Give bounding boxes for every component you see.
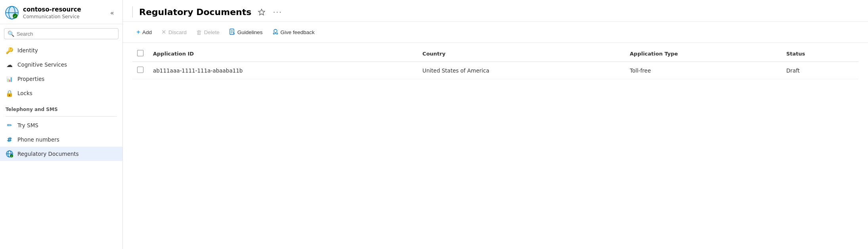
page-title: Regulatory Documents bbox=[139, 7, 251, 17]
sidebar-item-label: Try SMS bbox=[17, 122, 38, 128]
sidebar-item-properties[interactable]: 📊 Properties bbox=[0, 72, 122, 86]
favorite-button[interactable] bbox=[256, 6, 267, 17]
sidebar-item-label: Cognitive Services bbox=[17, 61, 67, 68]
sidebar-item-locks[interactable]: 🔒 Locks bbox=[0, 86, 122, 100]
col-application-id: Application ID bbox=[148, 46, 418, 62]
select-all-header[interactable] bbox=[132, 46, 148, 62]
sidebar-item-label: Regulatory Documents bbox=[17, 151, 79, 157]
more-options-button[interactable]: ··· bbox=[272, 6, 283, 17]
svg-text:✓: ✓ bbox=[10, 155, 12, 157]
sidebar-collapse-button[interactable]: « bbox=[107, 7, 118, 18]
sidebar-item-identity[interactable]: 🔑 Identity bbox=[0, 43, 122, 57]
select-all-checkbox[interactable] bbox=[137, 50, 143, 56]
delete-icon: 🗑 bbox=[196, 29, 202, 36]
identity-icon: 🔑 bbox=[6, 46, 13, 54]
cell-status: Draft bbox=[782, 62, 858, 79]
cell-application-type: Toll-free bbox=[625, 62, 782, 79]
sidebar-item-cognitive-services[interactable]: ☁️ Cognitive Services bbox=[0, 57, 122, 72]
svg-marker-11 bbox=[258, 9, 265, 15]
phone-numbers-icon: # bbox=[6, 136, 13, 144]
add-icon: + bbox=[136, 28, 140, 36]
give-feedback-label: Give feedback bbox=[281, 29, 315, 35]
discard-button[interactable]: ✕ Discard bbox=[157, 26, 191, 38]
search-icon: 🔍 bbox=[8, 31, 14, 37]
sidebar-item-phone-numbers[interactable]: # Phone numbers bbox=[0, 132, 122, 147]
locks-icon: 🔒 bbox=[6, 89, 13, 97]
table-header: Application ID Country Application Type … bbox=[132, 46, 858, 62]
add-label: Add bbox=[142, 29, 152, 35]
sidebar-item-regulatory-documents[interactable]: ✓ Regulatory Documents bbox=[0, 147, 122, 161]
delete-button[interactable]: 🗑 Delete bbox=[192, 27, 224, 38]
page-header: Regulatory Documents ··· bbox=[123, 0, 868, 22]
app-logo: ✓ bbox=[5, 6, 19, 20]
regulatory-documents-table: Application ID Country Application Type … bbox=[132, 46, 858, 79]
add-button[interactable]: + Add bbox=[132, 26, 156, 38]
table-body: ab111aaa-1111-111a-abaaba11b United Stat… bbox=[132, 62, 858, 79]
sidebar-search-box[interactable]: 🔍 bbox=[4, 28, 119, 39]
sidebar-item-try-sms[interactable]: ✏️ Try SMS bbox=[0, 118, 122, 132]
ellipsis-icon: ··· bbox=[273, 8, 282, 16]
telephony-section-label: Telephony and SMS bbox=[0, 100, 122, 115]
sidebar-nav: 🔑 Identity ☁️ Cognitive Services 📊 Prope… bbox=[0, 42, 122, 249]
col-status: Status bbox=[782, 46, 858, 62]
svg-point-16 bbox=[274, 29, 277, 33]
svg-text:✓: ✓ bbox=[14, 15, 17, 18]
row-select-cell[interactable] bbox=[132, 62, 148, 79]
search-input[interactable] bbox=[17, 31, 115, 37]
col-application-type: Application Type bbox=[625, 46, 782, 62]
cell-application-id: ab111aaa-1111-111a-abaaba11b bbox=[148, 62, 418, 79]
sidebar: ✓ contoso-resource Communication Service… bbox=[0, 0, 123, 249]
resource-name: contoso-resource bbox=[23, 6, 103, 14]
discard-icon: ✕ bbox=[161, 29, 166, 36]
sidebar-header: ✓ contoso-resource Communication Service… bbox=[0, 0, 122, 24]
guidelines-label: Guidelines bbox=[237, 29, 263, 35]
try-sms-icon: ✏️ bbox=[6, 121, 13, 129]
col-country: Country bbox=[418, 46, 625, 62]
sidebar-item-label: Properties bbox=[17, 76, 44, 82]
table-container: Application ID Country Application Type … bbox=[123, 43, 868, 249]
cognitive-services-icon: ☁️ bbox=[6, 61, 13, 69]
guidelines-button[interactable]: Guidelines bbox=[225, 26, 267, 38]
regulatory-documents-icon: ✓ bbox=[6, 150, 13, 158]
sidebar-item-label: Identity bbox=[17, 47, 38, 54]
main-content: Regulatory Documents ··· + Add ✕ Discard… bbox=[123, 0, 868, 249]
resource-type: Communication Service bbox=[23, 14, 103, 19]
sidebar-item-label: Phone numbers bbox=[17, 136, 59, 143]
properties-icon: 📊 bbox=[6, 75, 13, 83]
header-divider bbox=[132, 6, 133, 17]
nav-divider bbox=[6, 116, 117, 117]
cell-country: United States of America bbox=[418, 62, 625, 79]
sidebar-item-label: Locks bbox=[17, 90, 33, 96]
discard-label: Discard bbox=[168, 29, 187, 35]
give-feedback-button[interactable]: Give feedback bbox=[268, 26, 319, 38]
toolbar: + Add ✕ Discard 🗑 Delete Guidelines bbox=[123, 22, 868, 43]
delete-label: Delete bbox=[204, 29, 220, 35]
feedback-icon bbox=[272, 29, 279, 36]
guidelines-icon bbox=[229, 29, 235, 36]
table-row[interactable]: ab111aaa-1111-111a-abaaba11b United Stat… bbox=[132, 62, 858, 79]
row-checkbox[interactable] bbox=[137, 67, 143, 73]
sidebar-title-block: contoso-resource Communication Service bbox=[23, 6, 103, 19]
